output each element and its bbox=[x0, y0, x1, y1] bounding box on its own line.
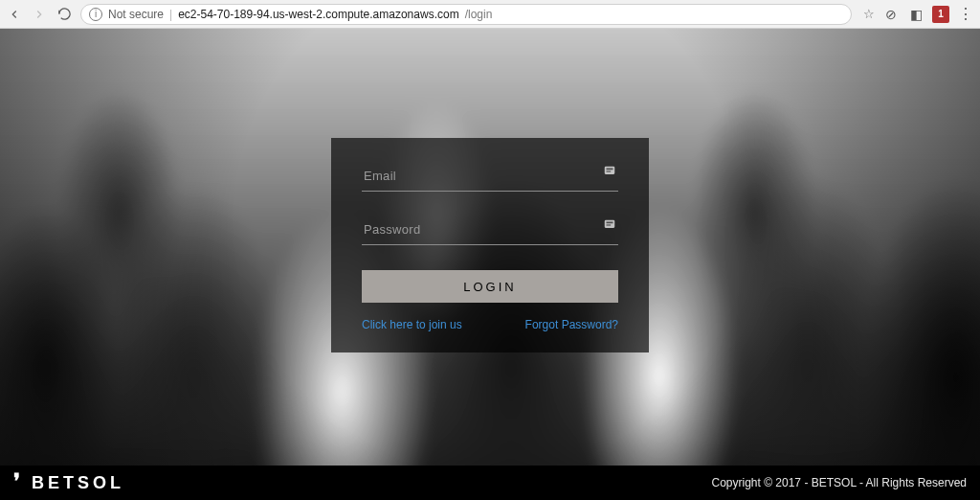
svg-rect-5 bbox=[607, 224, 612, 225]
bookmark-star-icon[interactable]: ☆ bbox=[863, 7, 875, 21]
login-card: LOGIN Click here to join us Forgot Passw… bbox=[331, 138, 649, 352]
email-field-wrapper bbox=[362, 163, 618, 192]
email-field[interactable] bbox=[362, 163, 618, 192]
brand-logo[interactable]: ❜ BETSOL bbox=[13, 470, 124, 495]
svg-rect-0 bbox=[605, 167, 615, 174]
extension-icon-1[interactable]: ⊘ bbox=[882, 6, 900, 23]
url-host: ec2-54-70-189-94.us-west-2.compute.amazo… bbox=[178, 8, 458, 21]
svg-rect-4 bbox=[607, 222, 613, 224]
login-button[interactable]: LOGIN bbox=[362, 270, 618, 303]
url-path: /login bbox=[465, 8, 493, 21]
reload-button[interactable] bbox=[56, 6, 73, 23]
password-field-wrapper bbox=[362, 216, 618, 245]
extension-badge[interactable]: 1 bbox=[932, 6, 949, 23]
back-button[interactable] bbox=[6, 6, 23, 23]
site-info-icon[interactable]: i bbox=[89, 8, 102, 21]
svg-rect-3 bbox=[605, 220, 615, 228]
copyright-text: Copyright © 2017 - BETSOL - All Rights R… bbox=[711, 476, 967, 489]
keychain-icon[interactable] bbox=[603, 165, 616, 178]
svg-rect-2 bbox=[607, 170, 612, 171]
extension-icon-2[interactable]: ◧ bbox=[907, 6, 924, 23]
forward-button[interactable] bbox=[31, 6, 48, 23]
page-viewport: LOGIN Click here to join us Forgot Passw… bbox=[0, 29, 980, 500]
browser-menu-icon[interactable]: ⋮ bbox=[957, 6, 974, 23]
browser-toolbar: i Not secure | ec2-54-70-189-94.us-west-… bbox=[0, 0, 980, 29]
login-links-row: Click here to join us Forgot Password? bbox=[362, 318, 618, 331]
brand-name: BETSOL bbox=[32, 473, 124, 493]
brand-mark-icon: ❜ bbox=[13, 469, 24, 494]
page-footer: ❜ BETSOL Copyright © 2017 - BETSOL - All… bbox=[0, 466, 980, 500]
forgot-password-link[interactable]: Forgot Password? bbox=[525, 318, 618, 331]
keychain-icon[interactable] bbox=[603, 218, 616, 232]
security-status: Not secure bbox=[108, 8, 164, 21]
password-field[interactable] bbox=[362, 216, 618, 245]
join-us-link[interactable]: Click here to join us bbox=[362, 318, 462, 331]
address-bar[interactable]: i Not secure | ec2-54-70-189-94.us-west-… bbox=[80, 4, 852, 25]
svg-rect-1 bbox=[607, 169, 613, 170]
